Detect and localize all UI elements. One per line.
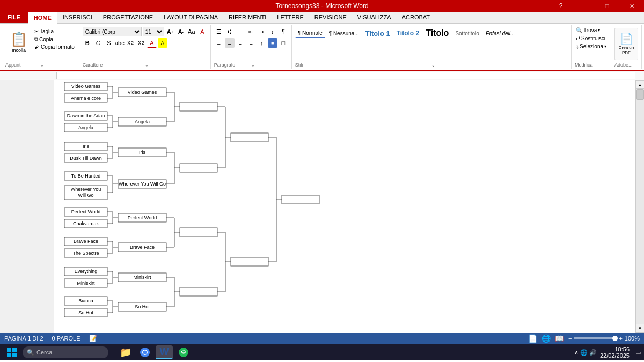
scrollbar[interactable]: ▲ ▼	[635, 80, 644, 333]
view-mode-web[interactable]: 🌐	[541, 334, 551, 343]
scroll-track[interactable]	[636, 89, 645, 324]
italic-button[interactable]: C	[93, 38, 103, 48]
start-button[interactable]	[3, 345, 20, 359]
svg-rect-98	[180, 164, 217, 172]
decrease-indent-button[interactable]: ⇤	[246, 27, 256, 36]
styles-label: Stili ⌄	[295, 61, 568, 68]
line-spacing-button[interactable]: ↕	[257, 38, 267, 48]
spotify-icon	[179, 348, 188, 357]
clear-format-button[interactable]: A	[197, 27, 207, 36]
tab-lettere[interactable]: LETTERE	[272, 11, 309, 23]
format-button[interactable]: 🖌 Copia formato	[33, 43, 76, 50]
clock[interactable]: 18:56 22/02/2025	[600, 346, 630, 359]
show-formatting-button[interactable]: ¶	[279, 27, 288, 36]
show-desktop-button[interactable]: ▭	[633, 349, 641, 356]
taskbar-search[interactable]: 🔍 Cerca	[23, 346, 108, 358]
shading-button[interactable]: ■	[268, 38, 277, 48]
font-name-select[interactable]: Calibri (Corp	[83, 27, 142, 36]
justify-button[interactable]: ≡	[246, 38, 256, 48]
ribbon-content: 📋 Incolla ✂ Taglia ⧉ Copia 🖌 Copia forma…	[0, 24, 644, 71]
align-left-button[interactable]: ≡	[214, 38, 224, 48]
create-pdf-button[interactable]: 📄 Crea un PDF	[614, 28, 638, 60]
scroll-thumb[interactable]	[636, 89, 644, 100]
style-heading1[interactable]: Titolo 1	[363, 28, 393, 39]
font-shrink-button[interactable]: A-	[176, 27, 186, 36]
font-expand-icon[interactable]: ⌄	[145, 63, 207, 68]
style-heading2[interactable]: Titolo 2	[394, 28, 422, 39]
taskbar-chrome[interactable]	[136, 345, 153, 359]
doc-content[interactable]: Video Games Anema e core Dawn in the Ada…	[54, 80, 635, 333]
font-group: Calibri (Corp 11 A+ A- Aa A B C S abc X2…	[79, 25, 211, 69]
highlight-button[interactable]: A	[158, 38, 167, 48]
style-subtitle[interactable]: Sottotitolo	[452, 29, 481, 38]
find-icon: 🔍	[576, 27, 582, 33]
restore-button[interactable]: □	[595, 0, 619, 12]
zoom-slider[interactable]	[574, 337, 617, 339]
font-size-select[interactable]: 11	[143, 27, 164, 36]
taskbar-explorer[interactable]: 📁	[117, 345, 134, 359]
multilevel-button[interactable]: ≡	[236, 27, 245, 36]
replace-button[interactable]: ⇄ Sostituisci	[575, 35, 608, 42]
style-no-spacing[interactable]: ¶ Nessuna...	[326, 29, 362, 38]
underline-button[interactable]: S	[104, 38, 114, 48]
svg-text:So Hot: So Hot	[135, 304, 150, 309]
bullets-button[interactable]: ☰	[214, 27, 224, 36]
app-title: Torneosongs33 - Microsoft Word	[275, 2, 368, 10]
zoom-in-button[interactable]: +	[619, 335, 622, 342]
taskbar-spotify[interactable]	[175, 345, 192, 359]
minimize-button[interactable]: ─	[570, 0, 595, 12]
taskbar-word[interactable]: W	[156, 345, 173, 359]
system-tray: ∧ 🌐 🔊	[574, 349, 597, 356]
strikethrough-button[interactable]: abc	[115, 38, 125, 48]
increase-indent-button[interactable]: ⇥	[257, 27, 267, 36]
page-info: PAGINA 1 DI 2	[4, 335, 43, 342]
clipboard-expand-icon[interactable]: ⌄	[40, 63, 75, 68]
subscript-button[interactable]: X2	[126, 38, 135, 48]
tab-home[interactable]: HOME	[28, 12, 57, 24]
tab-acrobat[interactable]: ACROBAT	[397, 11, 435, 23]
close-button[interactable]: ✕	[619, 0, 644, 12]
bold-button[interactable]: B	[83, 38, 92, 48]
style-heading[interactable]: Titolo	[423, 27, 451, 40]
svg-rect-100	[180, 287, 217, 296]
text-color-button[interactable]: A	[147, 38, 157, 48]
tab-layout[interactable]: LAYOUT DI PAGINA	[158, 11, 223, 23]
svg-text:Angela: Angela	[135, 119, 150, 124]
style-emphasis[interactable]: Enfasi deli...	[483, 29, 517, 38]
paragraph-expand-icon[interactable]: ⌄	[251, 63, 288, 68]
svg-text:The Spectre: The Spectre	[72, 250, 99, 256]
styles-expand-icon[interactable]: ⌄	[431, 63, 568, 68]
font-controls: Calibri (Corp 11 A+ A- Aa A B C S abc X2…	[83, 26, 207, 48]
scroll-up-button[interactable]: ▲	[636, 80, 645, 89]
view-mode-print[interactable]: 📄	[528, 334, 537, 343]
tab-file[interactable]: FILE	[0, 11, 28, 23]
tab-visualizza[interactable]: VISUALIZZA	[352, 11, 397, 23]
paste-button[interactable]: 📋 Incolla	[5, 26, 32, 58]
tab-riferimenti[interactable]: RIFERIMENTI	[223, 11, 272, 23]
align-center-button[interactable]: ≡	[225, 38, 235, 48]
zoom-level: 100%	[625, 335, 640, 342]
zoom-out-button[interactable]: −	[568, 335, 572, 342]
align-right-button[interactable]: ≡	[236, 38, 245, 48]
clipboard-small-buttons: ✂ Taglia ⧉ Copia 🖌 Copia formato	[33, 26, 76, 61]
cut-button[interactable]: ✂ Taglia	[33, 28, 76, 35]
svg-text:Miniskirt: Miniskirt	[134, 275, 151, 280]
help-button[interactable]: ?	[553, 0, 569, 12]
style-normal[interactable]: ¶ Normale	[295, 28, 325, 38]
sort-button[interactable]: ↕	[268, 27, 277, 36]
ruler-inner	[56, 72, 635, 79]
tab-revisione[interactable]: REVISIONE	[309, 11, 352, 23]
tab-inserisci[interactable]: INSERISCI	[57, 11, 98, 23]
select-button[interactable]: ⤵ Seleziona ▾	[575, 43, 608, 50]
borders-button[interactable]: □	[279, 38, 288, 48]
numbering-button[interactable]: ⑆	[225, 27, 235, 36]
change-case-button[interactable]: Aa	[187, 27, 196, 36]
superscript-button[interactable]: X2	[136, 38, 146, 48]
scroll-down-button[interactable]: ▼	[636, 324, 645, 333]
taskbar-right: ∧ 🌐 🔊 18:56 22/02/2025 ▭	[574, 346, 641, 359]
find-button[interactable]: 🔍 Trova ▾	[575, 27, 608, 34]
font-grow-button[interactable]: A+	[165, 27, 175, 36]
copy-button[interactable]: ⧉ Copia	[33, 35, 76, 43]
view-mode-read[interactable]: 📖	[555, 334, 564, 343]
tab-progettazione[interactable]: PROGETTAZIONE	[98, 11, 158, 23]
